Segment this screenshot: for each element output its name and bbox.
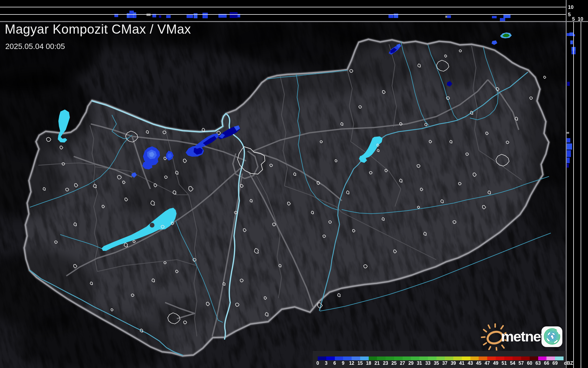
legend-color-box: [411, 356, 419, 360]
vmax-echo-mark: [194, 13, 197, 18]
vmax-echo-mark: [566, 150, 571, 157]
hungary-radar-map: [0, 0, 588, 368]
page-title: Magyar Kompozit CMax / VMax: [5, 22, 191, 37]
timestamp: 2025.05.04 00:05: [5, 42, 65, 51]
legend-color-box: [538, 356, 547, 360]
top-axis-label-5km: 5: [568, 12, 571, 17]
legend-color-box: [394, 356, 403, 360]
vmax-echo-mark: [388, 15, 393, 18]
legend-color-box: [530, 356, 538, 360]
vmax-echo-mark: [127, 13, 130, 18]
legend-color-box: [377, 356, 386, 360]
legend-color-box: [403, 356, 411, 360]
legend-color-box: [428, 356, 437, 360]
legend-color-box: [470, 356, 479, 360]
vmax-echo-mark: [447, 15, 451, 18]
top-axis-label-10km: 10: [568, 5, 574, 10]
vmax-echo-mark: [567, 82, 570, 86]
vmax-echo-mark: [566, 158, 570, 163]
legend-color-box: [352, 356, 360, 360]
legend-color-box: [487, 356, 496, 360]
dbz-color-scale: 0369121518212325272931333537394143454749…: [313, 351, 566, 368]
legend-color-box: [419, 356, 428, 360]
vmax-echo-mark: [134, 15, 136, 18]
legend-color-box: [335, 356, 343, 360]
vmax-top-strip: [0, 0, 588, 22]
vmax-echo-mark: [503, 14, 510, 18]
vmax-echo-mark: [500, 18, 505, 21]
right-axis-label-10km: 10: [578, 17, 583, 22]
legend-color-box: [437, 356, 445, 360]
right-axis-label-5km: 5: [572, 17, 575, 22]
vmax-echo-mark: [202, 13, 208, 18]
vmax-echo-mark: [166, 15, 171, 18]
vmax-echo-mark: [492, 16, 497, 18]
vmax-echo-mark: [187, 14, 193, 18]
legend-color-box: [462, 356, 470, 360]
legend-color-box: [386, 356, 394, 360]
spiral-icon: [541, 326, 562, 347]
vmax-echo-mark: [566, 138, 570, 143]
vmax-echo-mark: [570, 40, 573, 44]
legend-color-box: [369, 356, 377, 360]
radar-app-window: Magyar Kompozit CMax / VMax 2025.05.04 0…: [0, 0, 588, 368]
legend-color-box: [318, 356, 326, 360]
legend-color-box: [513, 356, 521, 360]
tihany-peninsula: [150, 223, 154, 228]
vmax-echo-mark: [230, 12, 238, 18]
legend-color-box: [445, 356, 453, 360]
legend-color-box: [555, 356, 564, 360]
vmax-echo-mark: [445, 16, 447, 18]
legend-color-box: [504, 356, 513, 360]
vmax-echo-mark: [569, 32, 573, 36]
legend-color-box: [521, 356, 530, 360]
legend-color-box: [479, 356, 487, 360]
metnet-logo: metnet: [480, 321, 566, 351]
vmax-echo-mark: [566, 143, 572, 150]
legend-color-box: [326, 356, 335, 360]
legend-color-box: [343, 356, 352, 360]
logo-brand-text: metnet: [501, 328, 545, 345]
legend-value-label: 69: [549, 361, 561, 366]
vmax-echo-mark: [566, 164, 569, 168]
legend-unit-label: dBZ: [563, 361, 574, 366]
vmax-right-strip: [566, 0, 588, 368]
legend-color-box: [360, 356, 369, 360]
legend-color-box: [546, 356, 555, 360]
vmax-echo-mark: [159, 15, 161, 18]
legend-color-box: [496, 356, 504, 360]
metnet-app-icon: [541, 326, 562, 347]
vmax-echo-mark: [566, 132, 569, 134]
legend-color-box: [453, 356, 462, 360]
